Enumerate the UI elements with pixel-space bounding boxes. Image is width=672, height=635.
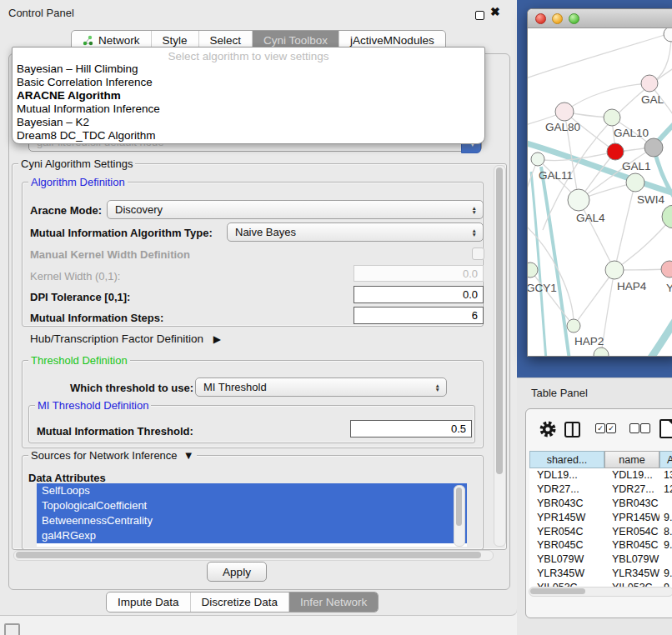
network-window-titlebar[interactable] bbox=[528, 9, 672, 28]
dock-panel-icon[interactable] bbox=[4, 623, 20, 635]
mi-type-combobox[interactable]: Naive Bayes ▲▼ bbox=[227, 222, 484, 242]
settings-scrollbar[interactable] bbox=[494, 165, 506, 547]
table-cell[interactable]: YER054C bbox=[604, 524, 659, 538]
select-all-checkbox-icon[interactable]: ✓ bbox=[595, 423, 605, 433]
deselect-all-checkbox-icon[interactable] bbox=[629, 423, 639, 433]
table-cell[interactable]: YPR145W bbox=[529, 510, 604, 524]
table-cell[interactable]: YPR145W bbox=[604, 510, 659, 524]
attributes-scrollbar-thumb[interactable] bbox=[456, 488, 462, 526]
algorithm-option[interactable]: Mutual Information Inference bbox=[13, 102, 484, 116]
table-cell[interactable]: 9. bbox=[659, 510, 672, 524]
network-edge[interactable] bbox=[614, 218, 671, 270]
dpi-tolerance-field[interactable]: 0.0 bbox=[354, 286, 484, 303]
table-row[interactable]: YLR345WYLR345W9. bbox=[529, 567, 672, 581]
network-edge[interactable] bbox=[574, 270, 614, 326]
attribute-list-item[interactable]: TopologicalCoefficient bbox=[37, 498, 467, 513]
settings-hscrollbar[interactable] bbox=[13, 550, 494, 561]
which-threshold-combobox[interactable]: MI Threshold ▲▼ bbox=[195, 378, 447, 397]
table-cell[interactable]: YDL19... bbox=[529, 468, 604, 482]
network-edge[interactable] bbox=[530, 270, 574, 326]
columns-icon[interactable] bbox=[564, 422, 580, 438]
table-cell[interactable]: YBL079W bbox=[529, 552, 604, 567]
table-cell[interactable]: 8. bbox=[659, 524, 672, 538]
network-node-GAL10[interactable] bbox=[604, 109, 620, 126]
attribute-list-item[interactable]: SelfLoops bbox=[37, 483, 467, 498]
network-edge[interactable] bbox=[579, 200, 614, 270]
network-node[interactable] bbox=[594, 348, 609, 356]
network-node-GAL[interactable] bbox=[641, 75, 658, 92]
column-header-third[interactable]: A bbox=[659, 451, 672, 468]
data-attributes-list[interactable]: SelfLoopsTopologicalCoefficientBetweenne… bbox=[37, 483, 467, 547]
table-row[interactable]: YDR27...YDR27...12 bbox=[529, 482, 672, 497]
settings-hscrollbar-thumb[interactable] bbox=[16, 552, 481, 558]
table-cell[interactable]: YER054C bbox=[529, 524, 604, 538]
column-header-name[interactable]: name bbox=[604, 451, 659, 468]
float-panel-icon[interactable] bbox=[475, 11, 484, 20]
close-panel-icon[interactable]: ✖ bbox=[490, 5, 500, 18]
algorithm-option[interactable]: Bayesian – Hill Climbing bbox=[13, 62, 484, 76]
deselect-all-checkbox-icon[interactable] bbox=[640, 423, 650, 433]
algorithm-option[interactable]: ARACNE Algorithm bbox=[13, 89, 484, 102]
table-row[interactable]: YER054CYER054C8. bbox=[529, 524, 672, 538]
network-node-GAL4[interactable] bbox=[568, 189, 589, 211]
table-row[interactable]: YBL079WYBL079W bbox=[529, 552, 672, 567]
table-cell[interactable]: 9. bbox=[659, 567, 672, 581]
tab-infer-network[interactable]: Infer Network bbox=[288, 592, 378, 612]
table-hscrollbar[interactable] bbox=[529, 587, 672, 597]
network-canvas[interactable]: GALGAL80GAL10GAL1GAL11GAL4SWI4GCY1HAP4YH… bbox=[528, 28, 672, 356]
table-cell[interactable]: 12 bbox=[659, 482, 672, 497]
aracne-mode-combobox[interactable]: Discovery ▲▼ bbox=[107, 200, 484, 219]
table-cell[interactable]: YDR27... bbox=[529, 482, 604, 497]
algorithm-option[interactable]: Bayesian – K2 bbox=[13, 116, 484, 129]
table-cell[interactable]: YBL079W bbox=[604, 552, 659, 567]
algorithm-option[interactable]: Dream8 DC_TDC Algorithm bbox=[13, 129, 484, 142]
network-node[interactable] bbox=[644, 138, 663, 157]
network-node[interactable] bbox=[664, 28, 672, 42]
table-cell[interactable] bbox=[659, 497, 672, 511]
column-header-shared-name[interactable]: shared... bbox=[529, 451, 604, 468]
table-cell[interactable]: YBR045C bbox=[604, 538, 659, 552]
kernel-width-field[interactable]: 0.0 bbox=[354, 265, 484, 282]
table-cell[interactable]: YDR27... bbox=[604, 482, 659, 497]
network-view-window[interactable]: GALGAL80GAL10GAL1GAL11GAL4SWI4GCY1HAP4YH… bbox=[527, 8, 672, 357]
table-cell[interactable]: YBR043C bbox=[604, 497, 659, 511]
table-row[interactable]: YBR045CYBR045C9. bbox=[529, 538, 672, 552]
attribute-list-item[interactable]: BetweennessCentrality bbox=[37, 513, 467, 528]
algorithm-option[interactable]: Basic Correlation Inference bbox=[13, 76, 484, 89]
attributes-scrollbar[interactable] bbox=[454, 485, 465, 547]
select-all-checkbox-icon[interactable]: ✓ bbox=[606, 423, 616, 433]
network-node-GAL11[interactable] bbox=[531, 152, 544, 166]
table-cell[interactable]: 9. bbox=[659, 538, 672, 552]
table-cell[interactable]: YBR045C bbox=[529, 538, 604, 552]
network-edge[interactable] bbox=[528, 35, 664, 80]
attribute-list-item[interactable]: gal4RGexp bbox=[37, 528, 467, 543]
table-cell[interactable] bbox=[659, 552, 672, 567]
network-node-SWI4[interactable] bbox=[662, 205, 672, 228]
network-node-Y[interactable] bbox=[661, 261, 672, 278]
network-node-GAL80[interactable] bbox=[555, 102, 574, 121]
window-zoom-icon[interactable] bbox=[569, 13, 579, 24]
network-edge-highlighted[interactable] bbox=[649, 312, 672, 356]
window-minimize-icon[interactable] bbox=[552, 13, 563, 24]
table-row[interactable]: YBR043CYBR043C bbox=[529, 497, 672, 511]
table-row[interactable]: YDL19...YDL19...13 bbox=[529, 468, 672, 482]
table-cell[interactable]: YDL19... bbox=[604, 468, 659, 482]
network-node-GAL1[interactable] bbox=[607, 143, 624, 160]
network-node-HAP4[interactable] bbox=[605, 261, 624, 279]
gear-icon[interactable] bbox=[539, 420, 557, 438]
network-node[interactable] bbox=[626, 173, 644, 192]
mi-steps-field[interactable]: 6 bbox=[354, 307, 484, 324]
export-table-icon[interactable] bbox=[659, 419, 672, 438]
network-node-GCY1[interactable] bbox=[528, 262, 538, 278]
network-edge[interactable] bbox=[564, 83, 649, 112]
window-close-icon[interactable] bbox=[535, 13, 546, 24]
table-hscrollbar-thumb[interactable] bbox=[530, 588, 585, 594]
tab-impute-data[interactable]: Impute Data bbox=[107, 592, 190, 612]
table-cell[interactable]: YLR345W bbox=[604, 567, 659, 581]
table-row[interactable]: YPR145WYPR145W9. bbox=[529, 510, 672, 524]
table-cell[interactable]: YLR345W bbox=[529, 567, 604, 581]
table-cell[interactable]: 13 bbox=[659, 468, 672, 482]
table-cell[interactable]: YBR043C bbox=[529, 497, 604, 511]
mi-threshold-field[interactable]: 0.5 bbox=[350, 420, 472, 438]
tab-discretize-data[interactable]: Discretize Data bbox=[190, 592, 289, 612]
